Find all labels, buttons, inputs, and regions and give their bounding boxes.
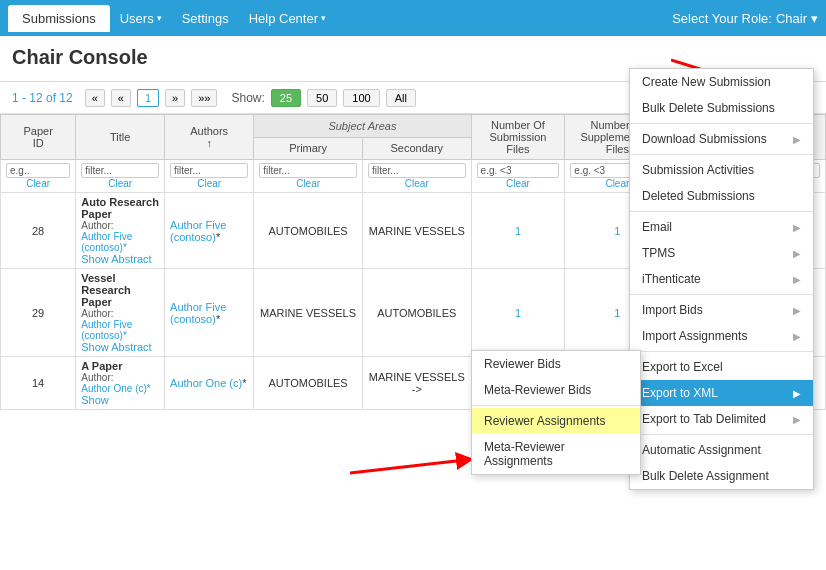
page-number-button[interactable]: 1 [137,89,159,107]
cell-authors: Author Five (contoso)* [165,193,254,269]
show-all-button[interactable]: All [386,89,416,107]
menu-item-export-to-xml[interactable]: Export to XML▶ [630,380,813,406]
show-abstract-link[interactable]: Show [81,394,109,406]
chevron-right-icon: ▶ [793,274,801,285]
cell-paper-id: 29 [1,269,76,357]
pagination-info: 1 - 12 of 12 [12,91,73,105]
menu-item-ithenticate[interactable]: iThenticate▶ [630,266,813,292]
submenu-item-reviewer-bids[interactable]: Reviewer Bids [472,351,640,377]
chevron-down-icon: ▾ [321,13,326,23]
menu-divider [630,123,813,124]
menu-item-deleted-submissions[interactable]: Deleted Submissions [630,183,813,209]
cell-title: Vessel Research Paper Author:Author Five… [76,269,165,357]
show-100-button[interactable]: 100 [343,89,379,107]
cell-sub-files: 1 [471,193,565,269]
cell-secondary: MARINE VESSELS -> [362,357,471,410]
filter-paper-id[interactable] [6,163,70,178]
show-abstract-link[interactable]: Show Abstract [81,253,151,265]
chevron-right-icon: ▶ [793,134,801,145]
actions-dropdown-menu[interactable]: Create New SubmissionBulk Delete Submiss… [629,68,814,490]
last-page-button[interactable]: »» [191,89,217,107]
page-title: Chair Console [12,46,814,69]
chevron-right-icon: ▶ [793,388,801,399]
submenu-divider [472,405,640,406]
filter-secondary[interactable] [368,163,466,178]
cell-primary: AUTOMOBILES [254,193,363,269]
cell-authors: Author One (c)* [165,357,254,410]
menu-divider [630,351,813,352]
first-page-button[interactable]: « [85,89,105,107]
cell-title: Auto Research Paper Author:Author Five (… [76,193,165,269]
chevron-down-icon: ▾ [157,13,162,23]
cell-primary: AUTOMOBILES [254,357,363,410]
col-paper-id: PaperID [1,115,76,160]
menu-item-download-submissions[interactable]: Download Submissions▶ [630,126,813,152]
clear-filter-title[interactable]: Clear [81,178,159,189]
filter-title[interactable] [81,163,159,178]
submenu-item-meta-reviewer-assignments[interactable]: Meta-Reviewer Assignments [472,434,640,474]
menu-item-bulk-delete-assignment[interactable]: Bulk Delete Assignment [630,463,813,489]
cell-sub-files: 1 [471,269,565,357]
clear-filter-secondary[interactable]: Clear [368,178,466,189]
menu-item-create-new-submission[interactable]: Create New Submission [630,69,813,95]
menu-divider [630,294,813,295]
menu-divider [630,154,813,155]
show-label: Show: [231,91,264,105]
menu-item-email[interactable]: Email▶ [630,214,813,240]
col-authors: Authors↑ [165,115,254,160]
col-subject-areas: Subject Areas [254,115,471,138]
clear-filter-id[interactable]: Clear [6,178,70,189]
show-50-button[interactable]: 50 [307,89,337,107]
menu-item-bulk-delete-submissions[interactable]: Bulk Delete Submissions [630,95,813,121]
chevron-down-icon: ▾ [811,11,818,26]
chevron-right-icon: ▶ [793,331,801,342]
cell-paper-id: 28 [1,193,76,269]
chevron-right-icon: ▶ [793,305,801,316]
cell-authors: Author Five (contoso)* [165,269,254,357]
menu-item-tpms[interactable]: TPMS▶ [630,240,813,266]
nav-tab-help[interactable]: Help Center ▾ [239,5,336,32]
cell-primary: MARINE VESSELS [254,269,363,357]
submenu-item-meta-reviewer-bids[interactable]: Meta-Reviewer Bids [472,377,640,403]
nav-tab-users[interactable]: Users ▾ [110,5,172,32]
nav-tab-settings[interactable]: Settings [172,5,239,32]
menu-item-import-assignments[interactable]: Import Assignments▶ [630,323,813,349]
col-submission-files: Number OfSubmissionFiles [471,115,565,160]
chevron-right-icon: ▶ [793,414,801,425]
filter-primary[interactable] [259,163,357,178]
top-navigation: Submissions Users ▾ Settings Help Center… [0,0,826,36]
show-abstract-link[interactable]: Show Abstract [81,341,151,353]
menu-divider [630,211,813,212]
next-page-button[interactable]: » [165,89,185,107]
menu-divider [630,434,813,435]
nav-tab-submissions[interactable]: Submissions [8,5,110,32]
col-secondary: Secondary [362,137,471,160]
menu-item-import-bids[interactable]: Import Bids▶ [630,297,813,323]
cell-secondary: MARINE VESSELS [362,193,471,269]
col-title: Title [76,115,165,160]
submenu-item-reviewer-assignments[interactable]: Reviewer Assignments [472,408,640,434]
cell-paper-id: 14 [1,357,76,410]
chevron-right-icon: ▶ [793,248,801,259]
clear-filter-sub-files[interactable]: Clear [477,178,560,189]
export-xml-submenu[interactable]: Reviewer BidsMeta-Reviewer BidsReviewer … [471,350,641,475]
clear-filter-primary[interactable]: Clear [259,178,357,189]
filter-sub-files[interactable] [477,163,560,178]
menu-item-export-to-excel[interactable]: Export to Excel [630,354,813,380]
filter-authors[interactable] [170,163,248,178]
cell-secondary: AUTOMOBILES [362,269,471,357]
menu-item-submission-activities[interactable]: Submission Activities [630,157,813,183]
chevron-right-icon: ▶ [793,222,801,233]
clear-filter-authors[interactable]: Clear [170,178,248,189]
role-selector[interactable]: Select Your Role: Chair ▾ [672,11,818,26]
menu-item-automatic-assignment[interactable]: Automatic Assignment [630,437,813,463]
prev-page-button[interactable]: « [111,89,131,107]
show-25-button[interactable]: 25 [271,89,301,107]
col-primary: Primary [254,137,363,160]
cell-title: A Paper Author:Author One (c)* Show [76,357,165,410]
menu-item-export-to-tab-delimited[interactable]: Export to Tab Delimited▶ [630,406,813,432]
